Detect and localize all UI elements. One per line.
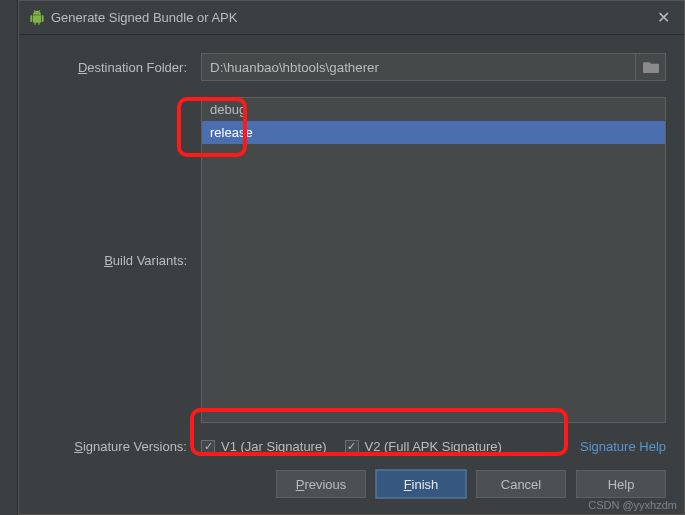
- editor-sidebar-sliver: [0, 0, 18, 515]
- mnemonic-s: S: [74, 439, 83, 454]
- cancel-button[interactable]: Cancel: [476, 470, 566, 498]
- dialog-footer: Previous Finish Cancel Help: [19, 460, 684, 514]
- generate-signed-dialog: Generate Signed Bundle or APK ✕ Destinat…: [18, 0, 685, 515]
- help-button[interactable]: Help: [576, 470, 666, 498]
- destination-row: [201, 53, 666, 81]
- v1-checkbox[interactable]: ✓ V1 (Jar Signature): [201, 439, 327, 454]
- mnemonic-b: B: [104, 253, 113, 268]
- v2-checkbox[interactable]: ✓ V2 (Full APK Signature): [345, 439, 502, 454]
- finish-button[interactable]: Finish: [376, 470, 466, 498]
- android-icon: [29, 10, 45, 26]
- checkbox-box: ✓: [345, 440, 359, 454]
- variant-item-debug[interactable]: debug: [202, 98, 665, 121]
- close-icon[interactable]: ✕: [653, 8, 674, 27]
- check-icon: ✓: [347, 441, 356, 452]
- titlebar: Generate Signed Bundle or APK ✕: [19, 1, 684, 35]
- browse-button[interactable]: [636, 53, 666, 81]
- signature-help-link[interactable]: Signature Help: [580, 439, 666, 454]
- checkbox-box: ✓: [201, 440, 215, 454]
- check-icon: ✓: [204, 441, 213, 452]
- build-variants-list[interactable]: debug release: [201, 97, 666, 423]
- previous-button[interactable]: Previous: [276, 470, 366, 498]
- label-text: ignature Versions:: [83, 439, 187, 454]
- signature-row: ✓ V1 (Jar Signature) ✓ V2 (Full APK Sign…: [201, 439, 666, 454]
- v1-label: V1 (Jar Signature): [221, 439, 327, 454]
- dialog-content: Destination Folder: Build Variants: debu…: [19, 35, 684, 460]
- label-text: estination Folder:: [87, 60, 187, 75]
- label-text: uild Variants:: [113, 253, 187, 268]
- destination-folder-label: Destination Folder:: [37, 60, 187, 75]
- destination-input[interactable]: [201, 53, 636, 81]
- watermark: CSDN @yyxhzdm: [588, 499, 677, 511]
- variant-item-release[interactable]: release: [202, 121, 665, 144]
- mnemonic-d: D: [78, 60, 87, 75]
- build-variants-label: Build Variants:: [37, 253, 187, 268]
- folder-icon: [643, 61, 659, 73]
- v2-label: V2 (Full APK Signature): [365, 439, 502, 454]
- signature-versions-label: Signature Versions:: [37, 439, 187, 454]
- dialog-title: Generate Signed Bundle or APK: [45, 10, 653, 25]
